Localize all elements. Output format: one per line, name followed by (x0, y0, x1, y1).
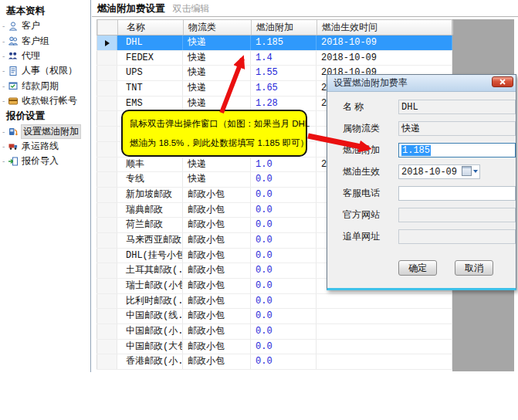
surcharge-cell: 1.55 (251, 66, 317, 80)
logistics-type-cell: 邮政小包 (183, 340, 251, 354)
logistics-type-field[interactable]: 快递 (398, 121, 516, 136)
logistics-type-cell: 快递 (183, 66, 251, 80)
table-row[interactable]: 中国邮政(线...邮政小包0.0 (96, 309, 452, 324)
name-cell: 顺丰 (117, 158, 183, 172)
settlement-cycle-icon (8, 80, 19, 91)
route-icon (8, 141, 19, 151)
surcharge-cell: 1.185 (251, 36, 317, 50)
sidebar-item-customer-group[interactable]: -客户组 (0, 33, 90, 48)
sidebar-item-agent[interactable]: -代理 (0, 49, 90, 63)
logistics-type-cell: 邮政小包 (183, 218, 251, 232)
content-header: 燃油附加费设置双击编辑 (92, 0, 518, 17)
sidebar-item-label: 代理 (22, 49, 40, 63)
page-subtitle: 双击编辑 (173, 3, 210, 14)
surcharge-cell: 0.0 (251, 340, 317, 354)
name-cell: 专线 (117, 172, 183, 187)
date-picker-button[interactable] (462, 166, 478, 176)
name-field[interactable]: DHL (398, 100, 516, 114)
name-field-value: DHL (401, 102, 418, 113)
sidebar-item-bank-account[interactable]: -收款银行帐号 (0, 93, 90, 108)
row-selector-cell (96, 36, 117, 50)
sidebar-item-label: 设置燃油附加 (22, 125, 80, 138)
tracking-url-field[interactable] (398, 229, 516, 244)
sidebar-item-fuel-surcharge[interactable]: -设置燃油附加 (0, 124, 90, 138)
tree-dash: - (2, 82, 8, 90)
tree-dash: - (2, 52, 8, 60)
name-cell: 土耳其邮政(... (117, 263, 183, 278)
surcharge-cell: 0.0 (251, 249, 317, 263)
row-selector-cell (96, 294, 117, 309)
row-selector-cell (96, 249, 117, 263)
table-row[interactable]: 中国邮政(小...邮政小包0.0 (96, 324, 452, 340)
sidebar-item-hr-permissions[interactable]: -人事（权限） (0, 63, 90, 78)
sidebar-section-header: 报价设置 (0, 108, 90, 124)
name-cell: 荷兰邮政 (117, 218, 183, 232)
sidebar-item-settlement-cycle[interactable]: -结款周期 (0, 79, 90, 93)
effective-date-field-row: 燃油生效2018-10-09 (327, 164, 516, 179)
logistics-type-cell: 邮政小包 (183, 294, 251, 309)
sidebar-item-label: 人事（权限） (22, 64, 77, 77)
logistics-type-cell: 邮政小包 (183, 309, 251, 323)
sidebar-item-label: 客户 (22, 19, 40, 32)
row-selector-cell (96, 172, 117, 187)
customer-group-icon (8, 36, 19, 46)
column-header[interactable]: 燃油生效时间 (317, 20, 453, 35)
logistics-type-cell: 快递 (183, 51, 251, 66)
logistics-type-cell: 邮政小包 (183, 233, 251, 248)
name-cell: 比利时邮政(... (117, 294, 183, 309)
fuel-surcharge-field-label: 燃油附加 (343, 144, 383, 157)
official-website-field-row: 官方网站 (327, 208, 516, 222)
effective-date-field-value: 2018-10-09 (401, 167, 457, 178)
annotation-line: 鼠标双击弹出操作窗口（如图：如果当月 DHL (130, 114, 306, 134)
selector-column-header (97, 20, 118, 35)
tracking-url-field-label: 追单网址 (343, 230, 383, 243)
service-phone-field-row: 客服电话 (327, 186, 516, 201)
name-cell: FEDEX (117, 51, 183, 66)
row-selector-cell (96, 81, 117, 96)
tree-dash: - (2, 97, 8, 105)
column-header[interactable]: 名称 (118, 20, 184, 35)
sidebar-item-quote-import[interactable]: -报价导入 (0, 154, 90, 168)
fuel-surcharge-field[interactable]: 1.185 (398, 143, 516, 158)
logistics-type-cell: 快递 (183, 158, 251, 172)
official-website-field-label: 官方网站 (343, 208, 383, 222)
import-icon (8, 156, 19, 167)
logistics-type-cell: 邮政小包 (183, 188, 251, 202)
row-selector-cell (96, 188, 117, 202)
sidebar: 基本资料-客户-客户组-代理-人事（权限）-结款周期-收款银行帐号报价设置-设置… (0, 0, 91, 372)
table-row[interactable]: 比利时邮政(...邮政小包0.0 (96, 294, 452, 310)
row-selector-cell (96, 324, 117, 339)
column-header[interactable]: 燃油附加 (252, 20, 317, 35)
column-header[interactable]: 物流类 (184, 20, 252, 35)
effective-date-cell (317, 354, 452, 369)
logistics-type-cell: 邮政小包 (183, 354, 251, 369)
name-cell: EMS (117, 97, 183, 111)
logistics-type-cell: 快递 (183, 36, 251, 50)
surcharge-cell: 0.0 (251, 203, 317, 218)
surcharge-cell: 1.4 (251, 51, 317, 66)
sidebar-item-label: 结款周期 (22, 80, 59, 93)
table-row[interactable]: DHL快递1.1852018-10-09 (96, 36, 452, 51)
dialog-fields: 名 称DHL属物流类快递燃油附加1.185燃油生效2018-10-09客服电话官… (327, 92, 516, 244)
name-cell: 瑞典邮政 (117, 203, 183, 218)
table-row[interactable]: FEDEX快递1.42018-10-09 (96, 51, 452, 66)
table-row[interactable]: 香港邮政(小...邮政小包0.0 (96, 354, 452, 370)
sidebar-item-carrier-routes[interactable]: -承运路线 (0, 139, 90, 154)
ok-button[interactable]: 确定 (398, 260, 437, 276)
effective-date-field[interactable]: 2018-10-09 (398, 164, 480, 179)
surcharge-cell: 0.0 (251, 279, 317, 293)
official-website-field[interactable] (398, 208, 516, 222)
logistics-type-cell: 邮政小包 (183, 249, 251, 263)
row-selector-cell (96, 203, 117, 218)
tree-dash: - (2, 66, 8, 75)
service-phone-field[interactable] (398, 186, 516, 201)
close-button[interactable] (492, 76, 513, 87)
cancel-button[interactable]: 取消 (455, 260, 493, 276)
surcharge-cell: 0.0 (251, 294, 317, 309)
row-selector-cell (96, 279, 117, 293)
dialog-titlebar[interactable]: 设置燃油附加费率 (327, 75, 516, 92)
logistics-type-cell: 邮政小包 (183, 263, 251, 278)
table-row[interactable]: 中国邮政(大包)邮政小包0.0 (96, 340, 452, 355)
sidebar-item-customer[interactable]: -客户 (0, 19, 90, 33)
surcharge-cell: 0.0 (251, 233, 317, 248)
